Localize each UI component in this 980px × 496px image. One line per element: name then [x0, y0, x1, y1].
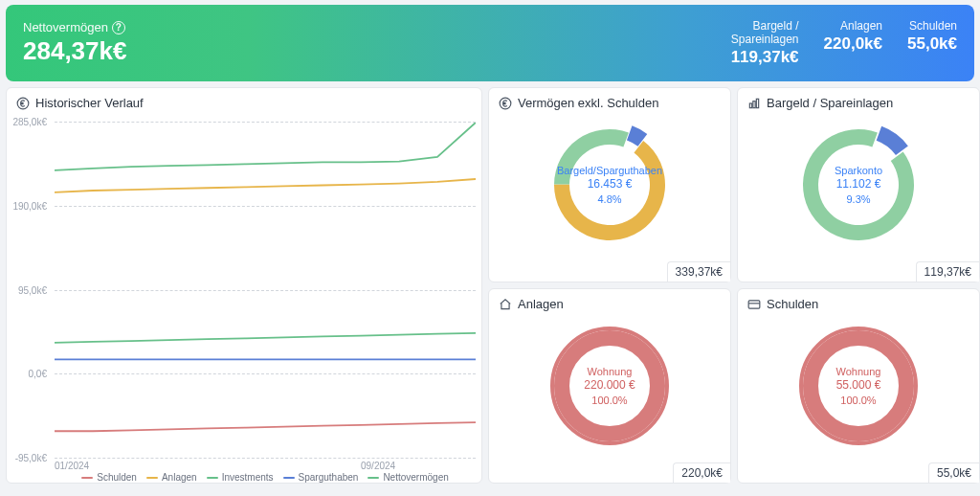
- donut-cash: Sparkonto11.102 €9.3%: [738, 88, 979, 282]
- card-badge: 119,37k€: [916, 261, 979, 282]
- donut-debt: Wohnung55.000 €100.0%: [738, 289, 979, 483]
- hero-stat: Schulden55,0k€: [907, 19, 957, 68]
- card-invest: Anlagen Wohnung220.000 €100.0% 220,0k€: [488, 288, 731, 484]
- card-assets-ex-debt: Vermögen exkl. Schulden Bargeld/Sparguth…: [488, 87, 731, 282]
- hero-stat: Anlagen220,0k€: [824, 19, 882, 68]
- card-badge: 339,37k€: [667, 261, 730, 282]
- donut-center-label: Sparkonto11.102 €9.3%: [835, 164, 882, 206]
- historical-line-chart: -95,0k€0,0€95,0k€190,0k€285,0k€ 01/20240…: [7, 114, 481, 483]
- donut-invest: Wohnung220.000 €100.0%: [489, 289, 730, 483]
- donut-center-label: Bargeld/Sparguthaben16.453 €4.8%: [557, 164, 662, 206]
- networth-value: 284,37k€: [23, 36, 731, 66]
- networth-title: Nettovermögen ?: [23, 20, 731, 34]
- chart-legend: SchuldenAnlagenInvestmentsSparguthabenNe…: [55, 472, 476, 483]
- card-badge: 220,0k€: [673, 462, 730, 483]
- summary-hero: Nettovermögen ? 284,37k€ Bargeld / Spare…: [6, 5, 974, 81]
- card-title: Historischer Verlauf: [35, 96, 144, 110]
- donut-center-label: Wohnung55.000 €100.0%: [836, 365, 881, 407]
- donut-center-label: Wohnung220.000 €100.0%: [584, 365, 635, 407]
- hero-stat: Bargeld / Spareinlagen119,37k€: [731, 19, 799, 68]
- card-debt: Schulden Wohnung55.000 €100.0% 55,0k€: [737, 288, 980, 484]
- card-historical: Historischer Verlauf -95,0k€0,0€95,0k€19…: [6, 87, 482, 484]
- card-badge: 55,0k€: [928, 462, 979, 483]
- euro-icon: [16, 97, 30, 110]
- card-cash: Bargeld / Spareinlagen Sparkonto11.102 €…: [737, 87, 980, 282]
- help-icon[interactable]: ?: [112, 21, 125, 34]
- donut-assets: Bargeld/Sparguthaben16.453 €4.8%: [489, 88, 730, 282]
